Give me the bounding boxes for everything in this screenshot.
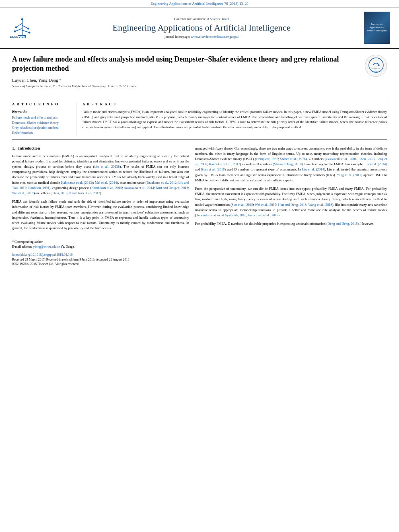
journal-header: ELSEVIER Contents lists available at Sci… — [0, 8, 399, 49]
intro-paragraph-1: Failure mode and effects analysis (FMEA)… — [12, 154, 189, 196]
abstract-column: A B S T R A C T Failure mode and effects… — [82, 102, 387, 136]
journal-cover-box: Engineering Applications of Artificial I… — [364, 12, 390, 44]
ref-tooranloo[interactable]: Tooranloo and sadat Ayatollah, 2016 — [196, 213, 246, 217]
ref-kahraman[interactable]: Kahraman et al. (2013) — [61, 181, 93, 185]
ref-han-deng[interactable]: Han and Deng, 2018 — [278, 203, 306, 207]
check-updates-badge: Check for updates — [365, 55, 387, 77]
article-title: A new failure mode and effects analysis … — [12, 55, 359, 74]
svg-point-8 — [14, 30, 16, 32]
ref-kandukuri-2017b[interactable]: Kandukuri et al., 2017 — [209, 162, 240, 166]
ref-wei-2017[interactable]: Wei et al., 2017 — [255, 203, 276, 207]
ref-bian[interactable]: Bian et al. (2018) — [201, 167, 226, 171]
journal-citation: Engineering Applications of Artificial I… — [150, 2, 248, 6]
ref-bordelon[interactable]: Bordelon, 1991 — [28, 186, 49, 190]
footnote-email: E-mail address: ydeng@nwpu.edu.cn (Y. De… — [12, 244, 189, 249]
sciencedirect-link[interactable]: ScienceDirect — [210, 17, 229, 21]
ref-dempster[interactable]: Dempster, 1967 — [256, 157, 278, 161]
received-dates: Received 29 March 2017; Received in revi… — [12, 258, 189, 261]
ref-chen-2013[interactable]: Chen, 2013 — [51, 191, 67, 195]
svg-point-6 — [15, 26, 17, 28]
article-info-column: A R T I C L E I N F O Keywords: Failure … — [12, 102, 76, 136]
email-link[interactable]: ydeng@nwpu.edu.cn — [33, 245, 60, 249]
article-info-abstract: A R T I C L E I N F O Keywords: Failure … — [12, 98, 387, 140]
ref-wei-2018[interactable]: Wei et al., 2018 — [12, 191, 33, 195]
journal-title-main: Engineering Applications of Artificial I… — [44, 23, 359, 33]
corresponding-marker: * — [59, 78, 62, 82]
ref-kandukuri-2016[interactable]: Kandukuri et al., 2016 — [91, 186, 122, 190]
right-column: managed with fuzzy theory. Corresponding… — [195, 146, 387, 266]
article-title-text: A new failure mode and effects analysis … — [12, 55, 359, 91]
svg-text:Check for: Check for — [372, 68, 380, 70]
ref-liu-2014b[interactable]: Liu et al. (2014) — [302, 167, 325, 171]
ref-braaksma[interactable]: Braaksma et al., 2012 — [147, 181, 177, 185]
article-title-section: A new failure mode and effects analysis … — [12, 55, 387, 94]
right-paragraph-2: From the perspective of uncertainty, we … — [195, 186, 387, 218]
article-container: A new failure mode and effects analysis … — [0, 49, 399, 270]
and-text: and — [84, 226, 89, 230]
ref-shafer[interactable]: Shafer et al., 1976 — [280, 157, 306, 161]
check-updates-icon: Check for updates — [368, 57, 384, 74]
right-paragraph-3: For probability FMEA, D numbers has desi… — [195, 221, 387, 226]
footnote-corresponding: * Corresponding author. — [12, 240, 189, 244]
svg-point-9 — [29, 31, 31, 33]
left-column: 1. Introduction Failure mode and effects… — [12, 146, 189, 266]
keyword-2[interactable]: Dempster–Shafer evidence theory — [12, 120, 72, 125]
ref-wang[interactable]: Wang et al., 2018 — [308, 203, 332, 207]
ref-kandukuri-2017[interactable]: Kandukuri et al., 2017 — [69, 191, 100, 195]
keywords-label: Keywords: — [12, 109, 72, 113]
ref-chen-2013b[interactable]: Chen, 2013 — [358, 157, 374, 161]
ref-aouaouda[interactable]: Aouaouda et al., 2014 — [124, 186, 154, 190]
footnote-section: * Corresponding author. E-mail address: … — [12, 237, 189, 249]
ref-deng-deng[interactable]: Deng and Deng, 2018 — [327, 222, 358, 226]
abstract-text: Failure mode and effects analysis (FMEA)… — [82, 109, 387, 130]
ref-liu-2014[interactable]: Liu et al. (2014) — [364, 162, 387, 166]
keyword-3[interactable]: Grey relational projection method — [12, 125, 72, 130]
right-paragraph-1: managed with fuzzy theory. Corresponding… — [195, 146, 387, 183]
ref-cassanelli[interactable]: Cassanelli et al., 2006 — [326, 157, 356, 161]
ref-mel[interactable]: Mel et al. (2014) — [95, 181, 118, 185]
intro-paragraph-2: FMEA can identify each failure mode and … — [12, 199, 189, 231]
svg-text:updates: updates — [373, 70, 379, 72]
article-authors: Luyuan Chen, Yong Deng * — [12, 78, 359, 82]
ref-liu-2013b[interactable]: Liu et al., 2013b — [94, 164, 119, 168]
ref-kurt[interactable]: Kurt and Ozilgen, 2013 — [156, 186, 188, 190]
introduction-title: 1. Introduction — [12, 146, 189, 150]
homepage-link[interactable]: www.elsevier.com/locate/engappai — [191, 35, 239, 39]
contents-line: Contents lists available at ScienceDirec… — [44, 17, 359, 21]
journal-top-bar: Engineering Applications of Artificial I… — [0, 0, 399, 8]
copyright-text: 0952-1976/© 2018 Elsevier Ltd. All right… — [12, 262, 189, 266]
journal-homepage: journal homepage: www.elsevier.com/locat… — [44, 35, 359, 39]
journal-center-info: Contents lists available at ScienceDirec… — [44, 17, 359, 39]
abstract-label: A B S T R A C T — [82, 102, 387, 106]
article-info-label: A R T I C L E I N F O — [12, 102, 72, 106]
main-body: 1. Introduction Failure mode and effects… — [12, 146, 387, 266]
ref-sun[interactable]: Sun et al., 2015 — [232, 203, 253, 207]
svg-point-10 — [21, 18, 23, 20]
svg-point-7 — [27, 27, 29, 29]
ref-mo-deng[interactable]: Mo and Deng, 2018 — [274, 162, 302, 166]
journal-cover-text: Engineering Applications of Artificial I… — [366, 23, 388, 32]
elsevier-logo: ELSEVIER — [8, 16, 40, 39]
svg-text:ELSEVIER: ELSEVIER — [10, 35, 26, 39]
article-affiliation: School of Computer Science, Northwestern… — [12, 84, 359, 88]
ref-foroozesh[interactable]: Foroozesh et al., 2017 — [248, 213, 278, 217]
ref-yang-2011[interactable]: Yang et al. (2011) — [337, 173, 362, 177]
keyword-1[interactable]: Failure mode and effects analysis — [12, 115, 72, 120]
doi-link[interactable]: https://doi.org/10.1016/j.engappai.2018.… — [12, 253, 73, 257]
doi-section: https://doi.org/10.1016/j.engappai.2018.… — [12, 253, 189, 266]
journal-cover-image: Engineering Applications of Artificial I… — [363, 12, 391, 44]
keyword-4[interactable]: Belief function — [12, 130, 72, 136]
